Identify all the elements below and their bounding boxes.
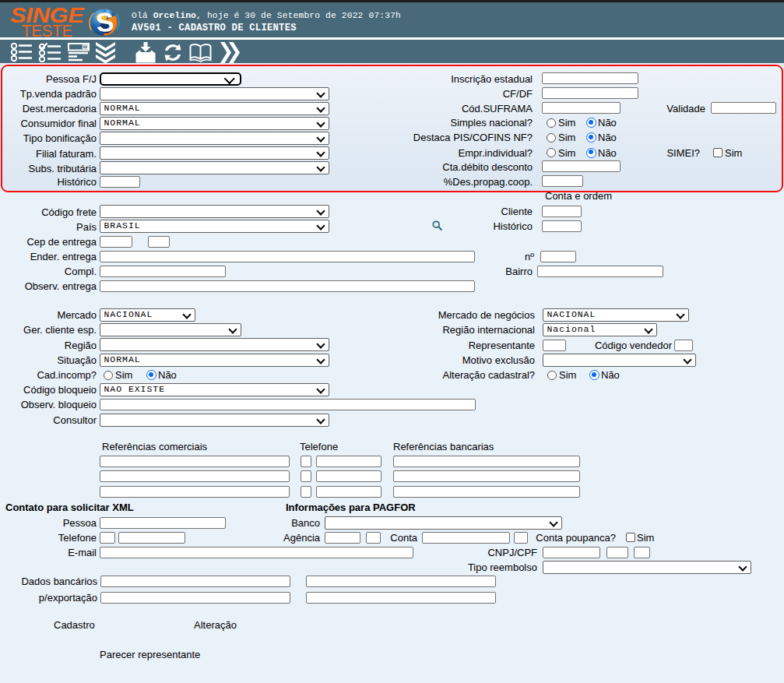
svg-text:S: S [95,7,115,38]
